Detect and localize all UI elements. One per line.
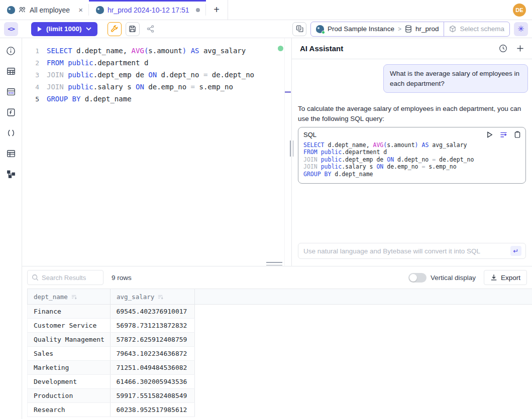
table-row[interactable]: Quality Management57872.625912408759 <box>27 333 195 347</box>
save-sheet-button[interactable] <box>126 22 140 36</box>
results-resize-handle[interactable] <box>266 262 282 265</box>
run-label: (limit 1000) <box>46 25 82 33</box>
ai-assistant-toggle-button[interactable]: ✳ <box>514 22 528 36</box>
panel-title: AI Assistant <box>300 44 343 53</box>
cell-avg-salary: 56978.731213872832 <box>111 319 195 332</box>
table-row[interactable]: Marketing71251.049484536082 <box>27 361 195 375</box>
connection-status-icon <box>278 46 283 51</box>
tab-bar: All employee × hr_prod 2024-10-12 17:51 … <box>0 0 532 20</box>
column-header-dept_name[interactable]: dept_name <box>28 289 111 304</box>
cell-dept-name: Marketing <box>28 361 111 374</box>
ai-assistant-header: AI Assistant <box>292 38 532 59</box>
export-label: Export <box>501 274 520 282</box>
cell-dept-name: Production <box>28 389 111 402</box>
sort-icon[interactable] <box>71 294 77 300</box>
vertical-display-label: Vertical display <box>431 274 476 282</box>
cell-avg-salary: 69545.402376910017 <box>111 305 195 318</box>
er-diagram-icon[interactable] <box>5 168 18 181</box>
column-header-avg_salary[interactable]: avg_salary <box>111 289 195 304</box>
chat-area: What is the average salary of employees … <box>292 59 532 266</box>
sql-editor-app: All employee × hr_prod 2024-10-12 17:51 … <box>0 0 532 419</box>
batch-query-button[interactable] <box>292 22 306 36</box>
run-code-icon[interactable] <box>487 131 493 138</box>
connection-breadcrumb: Prod Sample Instance > hr_prod Select sc… <box>310 22 510 37</box>
tables-icon[interactable] <box>5 65 18 78</box>
user-avatar[interactable]: DE <box>513 4 526 17</box>
assistant-response: To calculate the average salary of emplo… <box>298 104 528 184</box>
history-clock-icon[interactable] <box>499 44 507 53</box>
new-chat-plus-icon[interactable] <box>516 45 524 52</box>
row-count: 9 rows <box>112 274 132 282</box>
cell-dept-name: Customer Service <box>28 319 111 332</box>
suggested-sql-code: SELECT d.dept_name, AVG(s.amount) AS avg… <box>303 142 520 178</box>
cell-dept-name: Finance <box>28 305 111 318</box>
share-button[interactable] <box>144 22 158 36</box>
response-text: To calculate the average salary of emplo… <box>298 105 521 122</box>
copy-clipboard-icon[interactable] <box>514 131 520 138</box>
postgres-icon <box>316 25 324 33</box>
results-panel: 9 rows Vertical display Export dept_name… <box>22 266 532 419</box>
new-tab-button[interactable]: + <box>206 0 228 20</box>
cell-dept-name: Quality Management <box>28 333 111 346</box>
code-icon: <> <box>8 25 15 33</box>
share-icon <box>147 25 154 33</box>
tab-hr-prod[interactable]: hr_prod 2024-10-12 17:51 <box>89 0 206 20</box>
database-name: hr_prod <box>415 25 439 33</box>
sql-editor[interactable]: 1SELECT d.dept_name, AVG(s.amount) AS av… <box>22 38 291 266</box>
table-row[interactable]: Production59917.551582408549 <box>27 389 195 403</box>
code-language-label: SQL <box>303 130 316 140</box>
scrollbar-cursor-mark <box>285 91 291 93</box>
cell-avg-salary: 57872.625912408759 <box>111 333 195 346</box>
connection-database-selector[interactable]: Prod Sample Instance > hr_prod <box>311 22 444 36</box>
table-row[interactable]: Customer Service56978.731213872832 <box>27 319 195 333</box>
tab-label: All employee <box>30 6 70 14</box>
sort-icon[interactable] <box>158 294 163 300</box>
tab-all-employee[interactable]: All employee × <box>0 0 89 20</box>
schema-placeholder: Select schema <box>460 25 504 33</box>
worksheets-icon[interactable] <box>5 147 18 160</box>
table-row[interactable]: Development61466.302005943536 <box>27 375 195 389</box>
info-icon[interactable] <box>5 44 18 57</box>
insert-to-editor-icon[interactable] <box>500 131 507 138</box>
run-query-button[interactable]: (limit 1000) <box>31 22 97 36</box>
cell-dept-name: Research <box>28 403 111 416</box>
table-body: Finance69545.402376910017Customer Servic… <box>27 305 532 417</box>
chevron-down-icon <box>86 27 91 31</box>
ai-prompt-input-row: ↵ <box>298 243 526 259</box>
table-row[interactable]: Sales79643.102234636872 <box>27 347 195 361</box>
left-sidebar <box>0 38 22 419</box>
cell-avg-salary: 59917.551582408549 <box>111 389 195 402</box>
cell-avg-salary: 79643.102234636872 <box>111 347 195 360</box>
ai-prompt-input[interactable] <box>303 247 510 255</box>
download-icon <box>490 274 497 281</box>
results-table: dept_nameavg_salary Finance69545.4023769… <box>27 289 532 419</box>
ai-assistant-panel: AI Assistant What is the average salary … <box>291 38 532 266</box>
toggle-code-panel-button[interactable]: <> <box>4 22 18 36</box>
parentheses-icon[interactable] <box>5 126 18 139</box>
cell-dept-name: Development <box>28 375 111 388</box>
table-row[interactable]: Research60238.952517985612 <box>27 403 195 417</box>
cell-dept-name: Sales <box>28 347 111 360</box>
schema-selector[interactable]: Select schema <box>444 22 509 36</box>
schema-cube-icon <box>449 25 456 33</box>
postgres-icon <box>7 6 15 14</box>
sql-code-block: SQL SELECT d.dept_name, AVG(s.amount) AS… <box>298 127 526 184</box>
database-icon <box>405 25 412 33</box>
functions-icon[interactable] <box>5 106 18 119</box>
format-sql-button[interactable] <box>108 22 122 36</box>
sql-code[interactable]: 1SELECT d.dept_name, AVG(s.amount) AS av… <box>22 45 291 105</box>
export-button[interactable]: Export <box>484 270 527 285</box>
vertical-display-toggle[interactable] <box>408 273 427 283</box>
schema-colored-icon[interactable] <box>5 85 18 98</box>
table-row[interactable]: Finance69545.402376910017 <box>27 305 195 319</box>
status-dot-icon <box>322 31 325 34</box>
batch-query-icon <box>296 25 303 33</box>
openai-icon: ✳ <box>517 24 524 34</box>
breadcrumb-separator: > <box>398 26 401 33</box>
search-results-box[interactable] <box>27 270 103 285</box>
results-toolbar: 9 rows Vertical display Export <box>22 266 532 289</box>
postgres-icon <box>96 6 104 14</box>
search-results-input[interactable] <box>42 274 99 282</box>
close-tab-icon[interactable]: × <box>78 6 83 14</box>
enter-return-icon[interactable]: ↵ <box>510 246 521 256</box>
